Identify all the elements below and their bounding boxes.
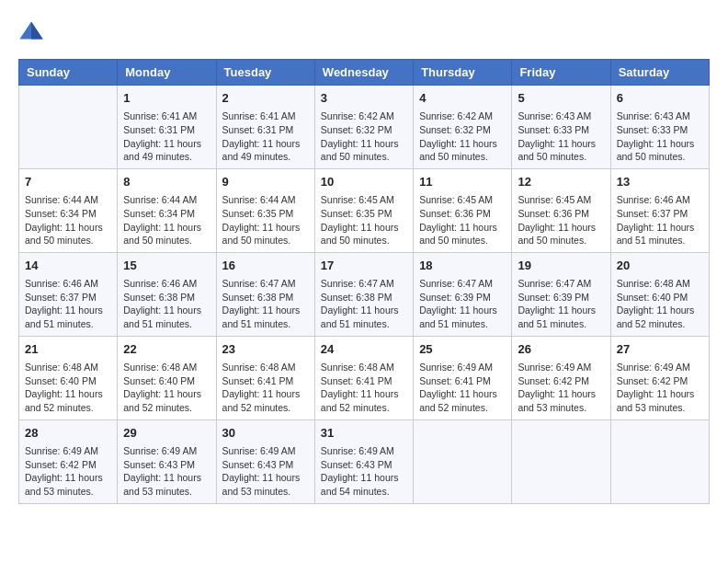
day-info: Sunrise: 6:44 AM Sunset: 6:35 PM Dayligh…: [222, 193, 309, 247]
day-cell: 24Sunrise: 6:48 AM Sunset: 6:41 PM Dayli…: [314, 336, 413, 419]
day-cell: 22Sunrise: 6:48 AM Sunset: 6:40 PM Dayli…: [118, 336, 216, 419]
day-number: 25: [419, 341, 506, 358]
day-info: Sunrise: 6:45 AM Sunset: 6:36 PM Dayligh…: [518, 193, 604, 247]
day-number: 14: [25, 258, 111, 274]
day-info: Sunrise: 6:49 AM Sunset: 6:42 PM Dayligh…: [518, 361, 604, 415]
svg-marker-1: [31, 22, 43, 40]
day-cell: 17Sunrise: 6:47 AM Sunset: 6:38 PM Dayli…: [314, 252, 413, 336]
day-number: 3: [321, 90, 407, 107]
col-header-tuesday: Tuesday: [216, 60, 314, 86]
day-info: Sunrise: 6:47 AM Sunset: 6:38 PM Dayligh…: [222, 277, 309, 331]
day-number: 7: [25, 174, 111, 190]
day-info: Sunrise: 6:42 AM Sunset: 6:32 PM Dayligh…: [419, 109, 506, 164]
day-cell: 8Sunrise: 6:44 AM Sunset: 6:34 PM Daylig…: [118, 168, 216, 252]
day-number: 23: [222, 341, 309, 358]
day-cell: 20Sunrise: 6:48 AM Sunset: 6:40 PM Dayli…: [610, 252, 709, 336]
week-row-1: 1Sunrise: 6:41 AM Sunset: 6:31 PM Daylig…: [19, 86, 710, 169]
day-cell: 10Sunrise: 6:45 AM Sunset: 6:35 PM Dayli…: [314, 168, 413, 252]
day-number: 1: [123, 90, 210, 107]
day-info: Sunrise: 6:41 AM Sunset: 6:31 PM Dayligh…: [222, 109, 309, 164]
day-number: 8: [123, 174, 210, 190]
day-info: Sunrise: 6:46 AM Sunset: 6:38 PM Dayligh…: [123, 277, 210, 331]
day-number: 26: [518, 341, 604, 358]
day-info: Sunrise: 6:44 AM Sunset: 6:34 PM Dayligh…: [123, 193, 210, 247]
day-info: Sunrise: 6:49 AM Sunset: 6:41 PM Dayligh…: [419, 361, 506, 415]
day-cell: 6Sunrise: 6:43 AM Sunset: 6:33 PM Daylig…: [610, 86, 709, 169]
day-number: 20: [617, 258, 703, 274]
day-info: Sunrise: 6:43 AM Sunset: 6:33 PM Dayligh…: [518, 109, 604, 164]
day-info: Sunrise: 6:49 AM Sunset: 6:43 PM Dayligh…: [222, 444, 309, 499]
col-header-saturday: Saturday: [610, 60, 709, 86]
page-header: [18, 18, 710, 44]
week-row-4: 21Sunrise: 6:48 AM Sunset: 6:40 PM Dayli…: [19, 336, 710, 419]
day-cell: 9Sunrise: 6:44 AM Sunset: 6:35 PM Daylig…: [216, 168, 314, 252]
day-number: 5: [518, 90, 604, 107]
col-header-wednesday: Wednesday: [314, 60, 413, 86]
day-cell: 26Sunrise: 6:49 AM Sunset: 6:42 PM Dayli…: [512, 336, 610, 419]
day-number: 29: [123, 425, 210, 442]
calendar-table: SundayMondayTuesdayWednesdayThursdayFrid…: [18, 59, 710, 504]
day-cell: 11Sunrise: 6:45 AM Sunset: 6:36 PM Dayli…: [414, 168, 512, 252]
day-cell: 21Sunrise: 6:48 AM Sunset: 6:40 PM Dayli…: [19, 336, 118, 419]
day-info: Sunrise: 6:46 AM Sunset: 6:37 PM Dayligh…: [617, 193, 703, 247]
day-cell: 27Sunrise: 6:49 AM Sunset: 6:42 PM Dayli…: [610, 336, 709, 419]
day-number: 24: [321, 341, 407, 358]
day-info: Sunrise: 6:44 AM Sunset: 6:34 PM Dayligh…: [25, 193, 111, 247]
day-cell: 31Sunrise: 6:49 AM Sunset: 6:43 PM Dayli…: [314, 419, 413, 503]
day-cell: 5Sunrise: 6:43 AM Sunset: 6:33 PM Daylig…: [512, 86, 610, 169]
day-number: 17: [321, 258, 407, 274]
day-cell: 18Sunrise: 6:47 AM Sunset: 6:39 PM Dayli…: [414, 252, 512, 336]
day-info: Sunrise: 6:42 AM Sunset: 6:32 PM Dayligh…: [321, 109, 407, 164]
day-info: Sunrise: 6:48 AM Sunset: 6:40 PM Dayligh…: [123, 361, 210, 415]
day-info: Sunrise: 6:47 AM Sunset: 6:38 PM Dayligh…: [321, 277, 407, 331]
day-info: Sunrise: 6:46 AM Sunset: 6:37 PM Dayligh…: [25, 277, 111, 331]
day-cell: [610, 419, 709, 503]
day-info: Sunrise: 6:43 AM Sunset: 6:33 PM Dayligh…: [617, 109, 703, 164]
day-number: 31: [321, 425, 407, 442]
day-number: 30: [222, 425, 309, 442]
col-header-thursday: Thursday: [414, 60, 512, 86]
day-cell: 30Sunrise: 6:49 AM Sunset: 6:43 PM Dayli…: [216, 419, 314, 503]
day-number: 22: [123, 341, 210, 358]
day-cell: 13Sunrise: 6:46 AM Sunset: 6:37 PM Dayli…: [610, 168, 709, 252]
col-header-sunday: Sunday: [19, 60, 118, 86]
day-number: 27: [617, 341, 703, 358]
col-header-friday: Friday: [512, 60, 610, 86]
day-number: 19: [518, 258, 604, 274]
day-cell: [512, 419, 610, 503]
day-info: Sunrise: 6:47 AM Sunset: 6:39 PM Dayligh…: [518, 277, 604, 331]
day-cell: [19, 86, 118, 169]
day-info: Sunrise: 6:49 AM Sunset: 6:43 PM Dayligh…: [321, 444, 407, 499]
day-number: 11: [419, 174, 506, 190]
day-cell: 4Sunrise: 6:42 AM Sunset: 6:32 PM Daylig…: [414, 86, 512, 169]
day-number: 21: [25, 341, 111, 358]
day-number: 10: [321, 174, 407, 190]
day-info: Sunrise: 6:48 AM Sunset: 6:40 PM Dayligh…: [25, 361, 111, 415]
logo-icon: [18, 18, 44, 44]
day-number: 28: [25, 425, 111, 442]
day-number: 2: [222, 90, 309, 107]
day-cell: 19Sunrise: 6:47 AM Sunset: 6:39 PM Dayli…: [512, 252, 610, 336]
day-cell: 1Sunrise: 6:41 AM Sunset: 6:31 PM Daylig…: [118, 86, 216, 169]
day-cell: 16Sunrise: 6:47 AM Sunset: 6:38 PM Dayli…: [216, 252, 314, 336]
day-number: 4: [419, 90, 506, 107]
day-info: Sunrise: 6:45 AM Sunset: 6:36 PM Dayligh…: [419, 193, 506, 247]
day-number: 16: [222, 258, 309, 274]
col-header-monday: Monday: [118, 60, 216, 86]
day-info: Sunrise: 6:49 AM Sunset: 6:42 PM Dayligh…: [25, 444, 111, 499]
day-cell: 14Sunrise: 6:46 AM Sunset: 6:37 PM Dayli…: [19, 252, 118, 336]
day-cell: 7Sunrise: 6:44 AM Sunset: 6:34 PM Daylig…: [19, 168, 118, 252]
day-info: Sunrise: 6:48 AM Sunset: 6:40 PM Dayligh…: [617, 277, 703, 331]
day-number: 18: [419, 258, 506, 274]
day-info: Sunrise: 6:48 AM Sunset: 6:41 PM Dayligh…: [222, 361, 309, 415]
day-cell: 28Sunrise: 6:49 AM Sunset: 6:42 PM Dayli…: [19, 419, 118, 503]
week-row-5: 28Sunrise: 6:49 AM Sunset: 6:42 PM Dayli…: [19, 419, 710, 503]
day-cell: 12Sunrise: 6:45 AM Sunset: 6:36 PM Dayli…: [512, 168, 610, 252]
day-cell: 15Sunrise: 6:46 AM Sunset: 6:38 PM Dayli…: [118, 252, 216, 336]
week-row-3: 14Sunrise: 6:46 AM Sunset: 6:37 PM Dayli…: [19, 252, 710, 336]
week-row-2: 7Sunrise: 6:44 AM Sunset: 6:34 PM Daylig…: [19, 168, 710, 252]
day-cell: [414, 419, 512, 503]
day-info: Sunrise: 6:48 AM Sunset: 6:41 PM Dayligh…: [321, 361, 407, 415]
day-info: Sunrise: 6:49 AM Sunset: 6:43 PM Dayligh…: [123, 444, 210, 499]
day-cell: 2Sunrise: 6:41 AM Sunset: 6:31 PM Daylig…: [216, 86, 314, 169]
